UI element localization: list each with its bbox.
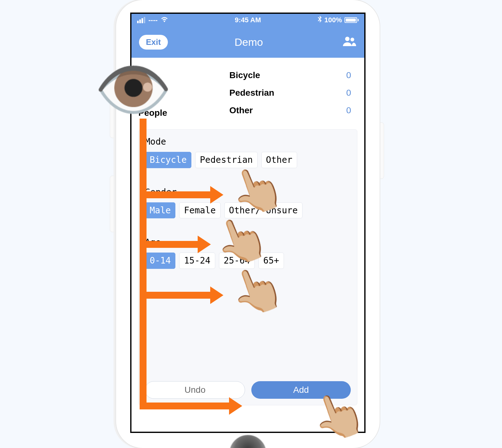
status-time: 9:45 AM xyxy=(235,16,261,24)
age-25-64-chip[interactable]: 25-64 xyxy=(219,253,255,269)
carrier-text: ---- xyxy=(148,16,158,24)
people-icon[interactable] xyxy=(342,36,357,48)
age-label: Age xyxy=(145,237,351,248)
count-value: 0 xyxy=(346,105,351,115)
mode-group: Mode Bicycle Pedestrian Other xyxy=(145,136,351,168)
count-row-pedestrian: Pedestrian 0 xyxy=(229,84,357,102)
count-value: 0 xyxy=(346,88,351,98)
page-title: Demo xyxy=(155,36,342,48)
age-0-14-chip[interactable]: 0-14 xyxy=(145,253,175,269)
gender-male-chip[interactable]: Male xyxy=(145,202,175,219)
bluetooth-icon xyxy=(318,16,322,24)
wifi-icon xyxy=(161,16,168,24)
gender-label: Gender xyxy=(145,187,351,197)
mode-bicycle-chip[interactable]: Bicycle xyxy=(145,152,191,168)
count-row-bicycle: Bicycle 0 xyxy=(229,67,357,84)
undo-button[interactable]: Undo xyxy=(145,381,245,399)
svg-point-1 xyxy=(350,38,354,41)
people-heading: People xyxy=(138,108,167,118)
count-label: Bicycle xyxy=(229,70,260,80)
count-value: 0 xyxy=(346,70,351,80)
status-bar: ---- 9:45 AM 100% xyxy=(131,14,364,26)
battery-icon xyxy=(344,17,359,23)
counts-section: People Bicycle 0 Pedestrian 0 Other 0 xyxy=(138,67,357,119)
phone-screen: ---- 9:45 AM 100% Exit Demo People xyxy=(130,13,366,433)
battery-pct: 100% xyxy=(324,16,342,24)
age-65p-chip[interactable]: 65+ xyxy=(259,253,284,269)
count-row-other: Other 0 xyxy=(229,102,357,119)
phone-side-button-1 xyxy=(110,100,114,138)
add-button[interactable]: Add xyxy=(251,381,351,399)
phone-side-button-2 xyxy=(110,176,114,232)
mode-other-chip[interactable]: Other xyxy=(261,152,297,168)
gender-group: Gender Male Female Other/ Unsure xyxy=(145,187,351,219)
svg-point-0 xyxy=(345,37,350,41)
gender-female-chip[interactable]: Female xyxy=(179,202,220,219)
count-label: Other xyxy=(229,105,253,115)
mode-label: Mode xyxy=(145,136,351,147)
phone-side-button-right xyxy=(380,122,384,179)
age-15-24-chip[interactable]: 15-24 xyxy=(179,253,215,269)
selection-panel: Mode Bicycle Pedestrian Other Gender Mal… xyxy=(138,129,357,405)
age-group: Age 0-14 15-24 25-64 65+ xyxy=(145,237,351,269)
app-header: Exit Demo xyxy=(131,26,364,58)
content-area: People Bicycle 0 Pedestrian 0 Other 0 xyxy=(131,58,364,405)
count-label: Pedestrian xyxy=(229,88,274,98)
gender-other-chip[interactable]: Other/ Unsure xyxy=(224,202,302,219)
mode-pedestrian-chip[interactable]: Pedestrian xyxy=(195,152,258,168)
action-bar: Undo Add xyxy=(145,381,351,399)
signal-icon xyxy=(137,17,145,23)
